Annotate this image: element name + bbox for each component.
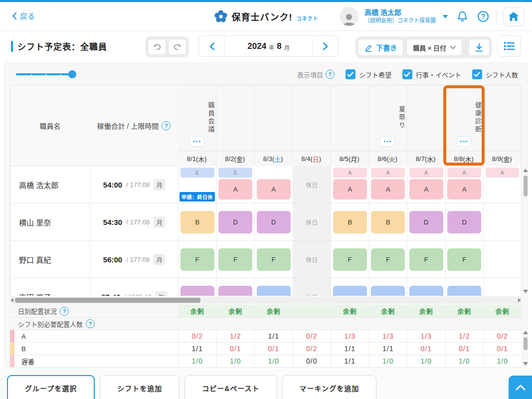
shift-cell[interactable]: AA <box>407 166 445 203</box>
shift-chip[interactable] <box>409 286 443 296</box>
shift-cell[interactable] <box>445 278 484 296</box>
shift-cell[interactable]: F <box>178 241 216 278</box>
hope-chip[interactable]: A <box>486 168 519 178</box>
vertical-scroll-thumb[interactable] <box>524 176 528 197</box>
required-staff-help-icon[interactable]: ? <box>86 319 95 328</box>
shift-cell[interactable] <box>483 241 522 278</box>
summary-scroll-down-arrow[interactable] <box>523 362 528 366</box>
notifications-button[interactable] <box>455 9 470 24</box>
shift-cell[interactable]: AA <box>445 166 484 203</box>
shift-cell[interactable] <box>407 278 445 296</box>
summary-scroll-up-arrow[interactable] <box>523 331 528 334</box>
hope-chip[interactable]: E <box>218 168 252 178</box>
shift-cell[interactable] <box>178 278 216 296</box>
shift-cell[interactable]: E申請：終日休 <box>178 166 216 203</box>
date-label[interactable]: 8/7(水) <box>407 151 445 166</box>
shift-chip[interactable] <box>447 286 481 296</box>
event-more-button[interactable] <box>456 136 471 147</box>
date-label[interactable]: 8/4(日) <box>293 151 331 166</box>
shift-chip[interactable]: F <box>333 248 367 271</box>
shift-cell[interactable]: F <box>331 241 369 278</box>
redo-button[interactable] <box>168 39 186 55</box>
display-help-icon[interactable]: ? <box>326 70 335 79</box>
shift-chip[interactable]: F <box>447 248 481 271</box>
shift-chip[interactable]: B <box>333 211 367 233</box>
event-more-button[interactable] <box>380 136 395 147</box>
footer-button-マーキングを追加[interactable]: マーキングを追加 <box>282 375 377 399</box>
date-label[interactable]: 8/8(木) <box>445 151 483 166</box>
vertical-scrollbar[interactable] <box>523 168 529 294</box>
shift-cell[interactable]: A <box>254 166 293 203</box>
horizontal-scroll-thumb[interactable] <box>15 298 200 303</box>
horizontal-scrollbar[interactable] <box>10 297 522 304</box>
list-view-button[interactable] <box>497 35 521 57</box>
back-button[interactable]: 戻る <box>12 10 35 21</box>
shift-chip[interactable]: D <box>257 211 291 233</box>
shift-chip[interactable]: F <box>218 248 252 271</box>
shift-cell[interactable]: 休日 <box>293 166 331 203</box>
scroll-up-arrow[interactable] <box>523 169 528 172</box>
shift-cell[interactable]: F <box>407 241 445 278</box>
zoom-slider[interactable] <box>16 70 75 78</box>
filter-checkbox-シフト希望[interactable]: シフト希望 <box>346 69 391 79</box>
shift-cell[interactable]: D <box>254 203 293 240</box>
shift-chip[interactable]: F <box>257 248 291 271</box>
shift-chip[interactable] <box>218 286 252 296</box>
undo-button[interactable] <box>148 39 166 55</box>
footer-button-グループを選択[interactable]: グループを選択 <box>7 375 95 399</box>
shift-chip[interactable]: F <box>409 248 443 271</box>
home-button[interactable] <box>503 7 524 26</box>
shift-cell[interactable]: B <box>369 203 407 240</box>
shift-chip[interactable]: A <box>257 179 291 200</box>
shift-cell[interactable] <box>216 278 255 296</box>
shift-cell[interactable] <box>369 278 407 296</box>
shift-chip[interactable] <box>257 286 291 296</box>
shift-chip[interactable]: A <box>447 179 481 200</box>
prev-month-button[interactable] <box>199 36 225 56</box>
shift-chip[interactable] <box>333 286 367 296</box>
shift-cell[interactable]: F <box>216 241 255 278</box>
help-button[interactable]: ? <box>476 9 491 24</box>
shift-chip[interactable]: B <box>371 211 405 233</box>
hours-help-icon[interactable]: ? <box>162 121 171 130</box>
shift-cell[interactable] <box>483 203 522 240</box>
slider-handle[interactable] <box>68 70 76 78</box>
shift-chip[interactable]: F <box>180 248 214 271</box>
shift-cell[interactable] <box>254 278 293 296</box>
filter-checkbox-行事・イベント[interactable]: 行事・イベント <box>402 69 461 79</box>
draft-button[interactable]: 下書き <box>358 39 403 56</box>
shift-cell[interactable]: F <box>369 241 407 278</box>
scroll-left-arrow[interactable] <box>10 298 13 302</box>
footer-button-コピー&ペースト[interactable]: コピー&ペースト <box>184 375 277 399</box>
shift-chip[interactable]: B <box>180 211 214 233</box>
date-label[interactable]: 8/1(木) <box>178 151 216 166</box>
summary-scroll-thumb[interactable] <box>524 337 528 350</box>
date-label[interactable]: 8/5(月) <box>331 151 368 166</box>
shift-cell[interactable]: B <box>178 203 216 240</box>
hope-chip[interactable]: A <box>371 168 405 178</box>
shift-cell[interactable]: AA <box>331 166 369 203</box>
shift-cell[interactable]: A <box>483 166 522 203</box>
user-menu-caret-icon[interactable] <box>443 15 448 18</box>
shift-cell[interactable]: D <box>216 203 255 240</box>
shift-cell[interactable]: F <box>254 241 293 278</box>
hope-chip[interactable]: A <box>333 168 367 178</box>
date-label[interactable]: 8/9(金) <box>483 151 521 166</box>
user-avatar[interactable] <box>340 7 358 26</box>
daily-status-help-icon[interactable]: ? <box>60 307 69 316</box>
shift-chip[interactable]: F <box>371 248 405 271</box>
summary-vertical-scrollbar[interactable] <box>523 331 529 366</box>
hope-chip[interactable]: A <box>409 168 443 178</box>
footer-button-シフトを追加[interactable]: シフトを追加 <box>100 375 179 399</box>
shift-chip[interactable]: A <box>409 179 443 200</box>
view-mode-button[interactable]: 職員 × 日付 <box>406 39 462 56</box>
shift-cell[interactable]: D <box>407 203 445 240</box>
hope-chip[interactable]: A <box>447 168 481 178</box>
shift-cell[interactable]: B <box>331 203 369 240</box>
shift-cell[interactable]: D <box>445 203 484 240</box>
shift-cell[interactable] <box>483 278 522 296</box>
scroll-down-arrow[interactable] <box>523 290 528 293</box>
date-label[interactable]: 8/3(土) <box>254 151 292 166</box>
shift-cell[interactable]: 休日 <box>293 203 331 240</box>
scroll-to-top-button[interactable] <box>509 376 532 399</box>
